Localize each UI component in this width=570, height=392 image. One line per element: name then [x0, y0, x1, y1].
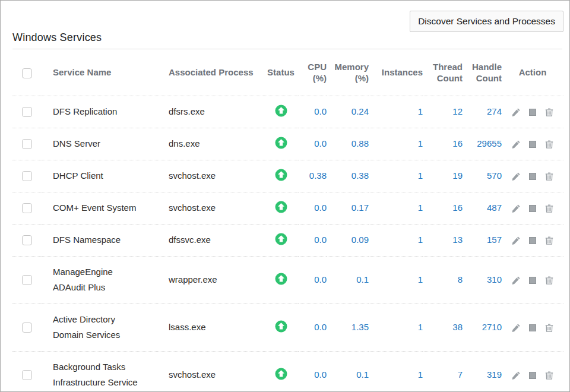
instances-value[interactable]: 1 — [369, 96, 423, 128]
status-up-arrow-icon — [275, 105, 287, 117]
service-name: COM+ Event System — [41, 192, 157, 224]
memory-percent-value[interactable]: 0.1 — [327, 256, 369, 304]
memory-percent-value[interactable]: 0.38 — [327, 160, 369, 192]
column-header-thread-count: Thread Count — [423, 49, 463, 96]
delete-trash-icon[interactable] — [544, 108, 554, 117]
handle-count-value[interactable]: 319 — [463, 351, 502, 392]
stop-square-icon[interactable] — [528, 140, 537, 149]
stop-square-icon[interactable] — [528, 236, 537, 245]
edit-pencil-icon[interactable] — [511, 108, 521, 117]
status-up-arrow-icon — [275, 273, 287, 285]
row-checkbox[interactable] — [22, 203, 32, 213]
column-header-action: Action — [502, 49, 563, 96]
edit-pencil-icon[interactable] — [511, 140, 521, 149]
memory-percent-value[interactable]: 1.35 — [327, 304, 369, 351]
select-all-checkbox[interactable] — [22, 68, 32, 78]
instances-value[interactable]: 1 — [369, 304, 423, 351]
status-up-arrow-icon — [275, 201, 287, 213]
row-checkbox[interactable] — [22, 275, 32, 285]
status-cell — [264, 351, 298, 392]
instances-value[interactable]: 1 — [369, 192, 423, 224]
table-row: DFS Replication dfsrs.exe 0.0 0.24 1 12 … — [12, 96, 563, 128]
stop-square-icon[interactable] — [528, 276, 537, 285]
thread-count-value[interactable]: 16 — [423, 192, 463, 224]
handle-count-value[interactable]: 157 — [463, 224, 502, 256]
delete-trash-icon[interactable] — [544, 140, 554, 149]
thread-count-value[interactable]: 16 — [423, 128, 463, 160]
instances-value[interactable]: 1 — [369, 256, 423, 304]
memory-percent-value[interactable]: 0.17 — [327, 192, 369, 224]
action-cell — [502, 160, 563, 192]
action-cell — [502, 256, 563, 304]
thread-count-value[interactable]: 38 — [423, 304, 463, 351]
cpu-percent-value[interactable]: 0.0 — [298, 224, 327, 256]
row-checkbox-cell — [12, 224, 41, 256]
windows-services-page: Discover Services and Processes Windows … — [1, 1, 569, 392]
delete-trash-icon[interactable] — [544, 276, 554, 285]
delete-trash-icon[interactable] — [544, 371, 554, 380]
status-up-arrow-icon — [275, 233, 287, 245]
memory-percent-value[interactable]: 0.09 — [327, 224, 369, 256]
cpu-percent-value[interactable]: 0.0 — [298, 304, 327, 351]
delete-trash-icon[interactable] — [544, 204, 554, 213]
table-header-row: Service Name Associated Process Status C… — [12, 49, 563, 96]
column-header-associated-process: Associated Process — [157, 49, 264, 96]
stop-square-icon[interactable] — [528, 323, 537, 333]
thread-count-value[interactable]: 8 — [423, 256, 463, 304]
cpu-percent-value[interactable]: 0.0 — [298, 96, 327, 128]
stop-square-icon[interactable] — [528, 172, 537, 181]
row-checkbox[interactable] — [22, 139, 32, 149]
edit-pencil-icon[interactable] — [511, 172, 521, 181]
status-cell — [264, 96, 298, 128]
handle-count-value[interactable]: 2710 — [463, 304, 502, 351]
thread-count-value[interactable]: 13 — [423, 224, 463, 256]
stop-square-icon[interactable] — [528, 108, 537, 117]
instances-value[interactable]: 1 — [369, 224, 423, 256]
thread-count-value[interactable]: 12 — [423, 96, 463, 128]
thread-count-value[interactable]: 7 — [423, 351, 463, 392]
handle-count-value[interactable]: 274 — [463, 96, 502, 128]
instances-value[interactable]: 1 — [369, 351, 423, 392]
row-checkbox[interactable] — [22, 171, 32, 181]
instances-value[interactable]: 1 — [369, 160, 423, 192]
service-name: DNS Server — [41, 128, 157, 160]
table-row: COM+ Event System svchost.exe 0.0 0.17 1… — [12, 192, 563, 224]
service-name: Active Directory Domain Services — [41, 304, 157, 351]
cpu-percent-value[interactable]: 0.0 — [298, 351, 327, 392]
thread-count-value[interactable]: 19 — [423, 160, 463, 192]
row-checkbox[interactable] — [22, 323, 32, 333]
action-cell — [502, 304, 563, 351]
row-checkbox[interactable] — [22, 107, 32, 117]
service-name: DFS Replication — [41, 96, 157, 128]
memory-percent-value[interactable]: 0.24 — [327, 96, 369, 128]
cpu-percent-value[interactable]: 0.0 — [298, 256, 327, 304]
status-cell — [264, 256, 298, 304]
discover-services-button[interactable]: Discover Services and Processes — [410, 11, 563, 32]
cpu-percent-value[interactable]: 0.38 — [298, 160, 327, 192]
edit-pencil-icon[interactable] — [511, 276, 521, 285]
row-checkbox-cell — [12, 192, 41, 224]
edit-pencil-icon[interactable] — [511, 371, 521, 380]
edit-pencil-icon[interactable] — [511, 323, 521, 333]
stop-square-icon[interactable] — [528, 204, 537, 213]
handle-count-value[interactable]: 487 — [463, 192, 502, 224]
delete-trash-icon[interactable] — [544, 236, 554, 245]
row-checkbox[interactable] — [22, 235, 32, 245]
status-up-arrow-icon — [275, 137, 287, 149]
cpu-percent-value[interactable]: 0.0 — [298, 192, 327, 224]
handle-count-value[interactable]: 310 — [463, 256, 502, 304]
delete-trash-icon[interactable] — [544, 172, 554, 181]
handle-count-value[interactable]: 29655 — [463, 128, 502, 160]
memory-percent-value[interactable]: 0.88 — [327, 128, 369, 160]
delete-trash-icon[interactable] — [544, 323, 554, 333]
cpu-percent-value[interactable]: 0.0 — [298, 128, 327, 160]
row-checkbox[interactable] — [22, 370, 32, 380]
memory-percent-value[interactable]: 0.1 — [327, 351, 369, 392]
column-header-cpu: CPU (%) — [298, 49, 327, 96]
instances-value[interactable]: 1 — [369, 128, 423, 160]
stop-square-icon[interactable] — [528, 371, 537, 380]
handle-count-value[interactable]: 570 — [463, 160, 502, 192]
edit-pencil-icon[interactable] — [511, 236, 521, 245]
edit-pencil-icon[interactable] — [511, 204, 521, 213]
row-checkbox-cell — [12, 128, 41, 160]
